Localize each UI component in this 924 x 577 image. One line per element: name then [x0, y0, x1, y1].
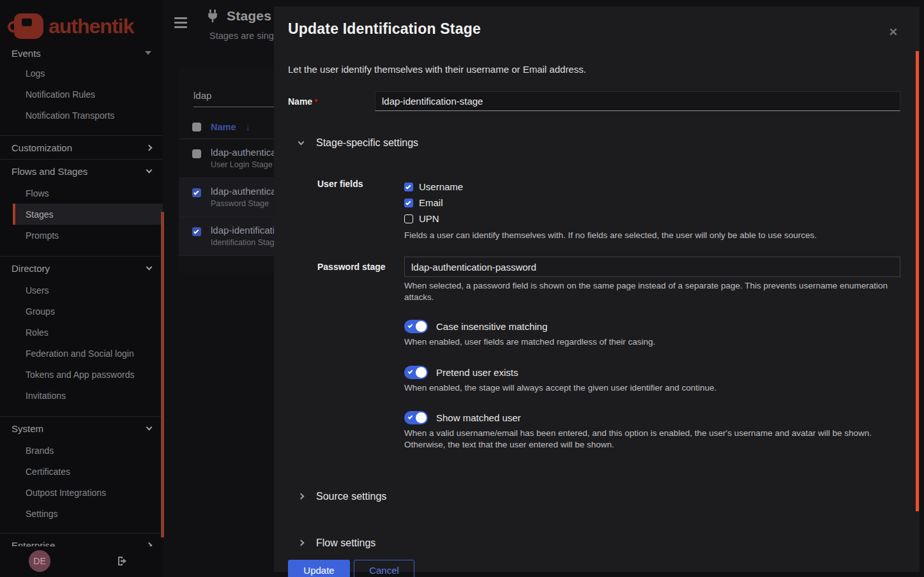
brand-logo: authentik	[0, 0, 163, 43]
password-stage-row: Password stage ldap-authentication-passw…	[317, 257, 900, 303]
user-fields-help: Fields a user can identify themselves wi…	[404, 230, 900, 241]
chevron-right-icon	[298, 493, 305, 500]
section-label: System	[11, 423, 43, 434]
checked-checkbox-icon[interactable]	[404, 183, 413, 191]
update-identification-stage-modal: Update Identification Stage ✕ Let the us…	[274, 6, 920, 572]
sidebar-item-logs[interactable]: Logs	[13, 63, 163, 84]
stage-specific-settings-expander[interactable]: Stage-specific settings	[299, 137, 920, 149]
name-label: Name*	[288, 96, 375, 107]
sidebar: authentik Events Logs Notification Rules…	[0, 0, 163, 577]
chevron-right-icon	[298, 540, 305, 546]
column-header-name[interactable]: Name	[211, 122, 236, 132]
sidebar-nav: Events Logs Notification Rules Notificat…	[0, 43, 163, 557]
chevron-right-icon	[146, 144, 153, 151]
modal-footer: Update Cancel	[288, 560, 920, 577]
case-insensitive-toggle-row: Case insensitive matching When enabled, …	[404, 320, 900, 348]
checkbox-email[interactable]: Email	[404, 195, 900, 211]
sidebar-item-outpost-integrations[interactable]: Outpost Integrations	[13, 482, 163, 503]
hamburger-menu-icon[interactable]	[174, 17, 187, 31]
sort-descending-icon[interactable]: ↓	[246, 121, 251, 132]
section-label: Flows and Stages	[11, 166, 87, 177]
avatar[interactable]: DE	[29, 550, 50, 572]
sidebar-item-flows[interactable]: Flows	[13, 183, 163, 204]
toggle-on-switch[interactable]	[404, 411, 428, 424]
row-checkbox[interactable]	[192, 149, 201, 158]
sidebar-item-prompts[interactable]: Prompts	[13, 225, 163, 246]
sidebar-item-users[interactable]: Users	[13, 280, 163, 301]
page-header: Stages	[206, 8, 271, 24]
update-button[interactable]: Update	[288, 560, 350, 577]
modal-scrollbar[interactable]	[916, 51, 919, 511]
plug-icon	[206, 10, 219, 22]
password-stage-label: Password stage	[317, 257, 404, 303]
sidebar-item-certificates[interactable]: Certificates	[13, 461, 163, 482]
row-checkbox[interactable]	[192, 188, 201, 197]
flow-settings-expander[interactable]: Flow settings	[299, 537, 920, 549]
sidebar-item-notification-transports[interactable]: Notification Transports	[13, 105, 163, 126]
checkbox-username[interactable]: Username	[404, 179, 900, 195]
unchecked-checkbox-icon[interactable]	[404, 214, 413, 223]
sidebar-section-directory[interactable]: Directory	[0, 257, 163, 280]
password-stage-select[interactable]: ldap-authentication-password	[404, 257, 900, 277]
user-fields-label: User fields	[317, 179, 404, 241]
close-icon[interactable]: ✕	[889, 26, 898, 39]
password-stage-help: When selected, a password field is shown…	[404, 280, 900, 303]
logout-icon[interactable]	[117, 555, 128, 567]
sidebar-item-notification-rules[interactable]: Notification Rules	[13, 84, 163, 105]
sidebar-scrollbar[interactable]	[161, 212, 164, 537]
sidebar-item-stages[interactable]: Stages	[13, 204, 163, 225]
chevron-down-icon	[146, 264, 153, 271]
chevron-down-icon	[146, 167, 153, 174]
row-checkbox[interactable]	[192, 227, 201, 236]
sidebar-item-settings[interactable]: Settings	[13, 503, 163, 524]
name-field-row: Name*	[288, 91, 900, 111]
chevron-down-icon	[145, 51, 151, 55]
sidebar-item-roles[interactable]: Roles	[13, 322, 163, 343]
section-label: Customization	[11, 142, 72, 153]
section-label: Events	[11, 48, 41, 59]
sidebar-item-invitations[interactable]: Invitations	[13, 385, 163, 406]
cancel-button[interactable]: Cancel	[354, 560, 414, 577]
select-all-checkbox[interactable]	[192, 123, 201, 131]
sidebar-section-system[interactable]: System	[0, 417, 163, 440]
chevron-down-icon	[298, 139, 305, 146]
pretend-user-exists-toggle-row: Pretend user exists When enabled, the st…	[404, 366, 900, 394]
sidebar-item-brands[interactable]: Brands	[13, 440, 163, 461]
required-asterisk: *	[314, 97, 317, 107]
brand-name: authentik	[49, 15, 133, 38]
show-matched-user-toggle-row: Show matched user When a valid username/…	[404, 411, 900, 451]
sidebar-item-groups[interactable]: Groups	[13, 301, 163, 322]
toggle-on-switch[interactable]	[404, 320, 428, 333]
checkbox-upn[interactable]: UPN	[404, 211, 900, 227]
checked-checkbox-icon[interactable]	[404, 199, 413, 207]
toggle-on-switch[interactable]	[404, 366, 428, 379]
sidebar-user-bar: DE	[0, 546, 163, 577]
sidebar-section-events[interactable]: Events	[0, 43, 163, 63]
modal-title: Update Identification Stage	[288, 20, 920, 38]
sidebar-section-flows-and-stages[interactable]: Flows and Stages	[0, 160, 163, 183]
name-input[interactable]	[375, 91, 900, 111]
page-subtitle: Stages are singl	[209, 31, 276, 41]
user-fields-row: User fields Username Email UPN Fields a …	[317, 179, 900, 241]
chevron-down-icon	[146, 424, 153, 431]
modal-description: Let the user identify themselves with th…	[288, 64, 920, 75]
authentik-logo-icon	[14, 13, 43, 39]
sidebar-item-federation[interactable]: Federation and Social login	[13, 343, 163, 364]
sidebar-section-customization[interactable]: Customization	[0, 136, 163, 159]
page-title: Stages	[227, 8, 271, 24]
section-label: Directory	[11, 263, 50, 274]
source-settings-expander[interactable]: Source settings	[299, 491, 920, 502]
sidebar-item-tokens[interactable]: Tokens and App passwords	[13, 364, 163, 385]
